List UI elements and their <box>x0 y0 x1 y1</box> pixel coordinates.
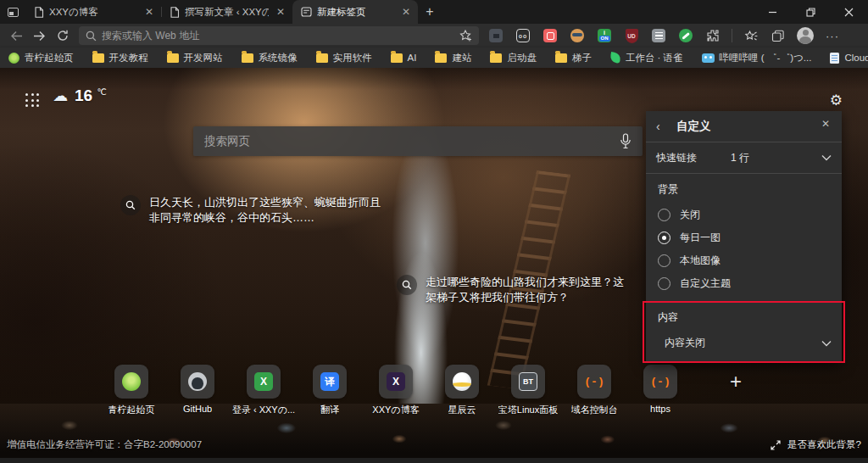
green-circle-extension-icon[interactable] <box>677 27 694 44</box>
gray-list-extension-icon[interactable] <box>650 27 667 44</box>
quick-link-github[interactable]: GitHub <box>164 365 231 414</box>
panel-close-icon[interactable]: ✕ <box>818 116 833 131</box>
tab-new-tab-page[interactable]: 新建标签页 ✕ <box>292 0 418 24</box>
tab-close-icon[interactable]: ✕ <box>142 5 156 19</box>
bookmark-yuque[interactable]: 工作台 · 语雀 <box>610 52 683 64</box>
tab-bar: XXYの博客 ✕ 撰写新文章 ‹ XXYの博客 — Word ✕ 新建标签页 ✕… <box>0 0 868 24</box>
tab-compose-post[interactable]: 撰写新文章 ‹ XXYの博客 — Word ✕ <box>161 0 292 24</box>
page-settings-gear-icon[interactable]: ⚙ <box>830 92 843 109</box>
bookmark-folder-utilities[interactable]: 实用软件 <box>316 52 372 64</box>
quick-link-tile: X <box>379 365 413 399</box>
tab-close-icon[interactable]: ✕ <box>399 5 413 19</box>
panel-header: ‹ 自定义 ✕ <box>646 111 842 142</box>
collections-icon[interactable] <box>770 27 787 44</box>
new-tab-button[interactable]: + <box>418 0 442 24</box>
quick-link-tile: 译 <box>313 365 347 399</box>
content-setting-row[interactable]: 内容关闭 <box>658 336 830 350</box>
folder-icon <box>555 53 567 63</box>
window-controls <box>754 0 868 24</box>
radio-option-custom-theme[interactable]: 自定义主题 <box>658 276 830 291</box>
monkey-face-extension-icon[interactable] <box>569 27 586 44</box>
radio-option-daily-image[interactable]: 每日一图 <box>658 231 830 245</box>
back-chevron-icon[interactable]: ‹ <box>656 120 670 133</box>
microphone-icon[interactable] <box>620 133 632 149</box>
content-setting-value: 内容关闭 <box>665 336 705 350</box>
quick-link-https[interactable]: (-) https <box>627 365 693 414</box>
bookmark-label: 系统镜像 <box>259 52 298 64</box>
bookmark-lime-start[interactable]: 青柠起始页 <box>8 52 74 64</box>
quick-link-translate[interactable]: 译 翻译 <box>297 365 363 416</box>
robot-face-extension-icon[interactable]: oo <box>515 27 531 44</box>
bookmark-folder-dev-sites[interactable]: 开发网站 <box>167 52 223 64</box>
background-feedback-button[interactable]: 是否喜欢此背景? <box>771 438 861 451</box>
bookmark-folder-site-building[interactable]: 建站 <box>435 52 471 64</box>
bookmark-folder-ai[interactable]: AI <box>391 53 417 63</box>
quick-link-label: XXYの博客 <box>372 404 419 416</box>
temperature-value: 16 ℃ <box>75 86 107 105</box>
apps-grid-button[interactable] <box>25 93 40 108</box>
bookmark-label: CloudDrive / <box>844 53 868 63</box>
profile-avatar[interactable] <box>797 27 814 44</box>
extensions-puzzle-icon[interactable] <box>704 27 721 44</box>
bookmark-label: 梯子 <box>572 52 592 64</box>
navigation-toolbar: oo iON UD ··· <box>0 24 868 47</box>
quick-link-star-cloud[interactable]: 星辰云 <box>429 365 495 416</box>
expand-arrows-icon <box>771 440 781 450</box>
web-search-box[interactable] <box>193 126 643 156</box>
background-section-title: 背景 <box>658 182 830 197</box>
chevron-down-icon[interactable] <box>821 340 832 347</box>
ud-shield-extension-icon[interactable]: UD <box>623 27 640 44</box>
quick-link-bt-panel[interactable]: BT 宝塔Linux面板 <box>495 365 561 416</box>
weather-widget[interactable]: ☁ 16 ℃ <box>53 86 107 105</box>
bookmark-clouddrive[interactable]: CloudDrive / <box>830 53 868 64</box>
panel-title: 自定义 <box>676 119 711 134</box>
bookmark-folder-boot-disk[interactable]: 启动盘 <box>490 52 537 64</box>
radio-option-off[interactable]: 关闭 <box>658 208 830 222</box>
dark-squares-extension-icon[interactable] <box>487 27 504 44</box>
quick-link-tile: X <box>247 365 281 399</box>
forward-button[interactable] <box>28 25 51 46</box>
bookmark-folder-ladder[interactable]: 梯子 <box>555 52 592 64</box>
caption-text: 走过哪些奇险的山路我们才来到这里？这架梯子又将把我们带往何方？ <box>426 275 631 305</box>
quick-link-label: 登录 ‹ XXYの... <box>232 404 295 416</box>
bookmark-bilibili[interactable]: 哔哩哔哩 ( ゜-゜)つ... <box>702 52 812 64</box>
address-input[interactable] <box>102 30 459 42</box>
close-window-button[interactable] <box>830 0 868 24</box>
search-icon <box>86 31 97 42</box>
image-caption-chip-1[interactable]: 日久天长，山洪切出了这些狭窄、蜿蜒曲折而且非同寻常的峡谷，谷中的石头…… <box>120 195 383 226</box>
quick-link-xxy-blog[interactable]: X XXYの博客 <box>363 365 429 416</box>
feedback-label: 是否喜欢此背景? <box>787 438 861 451</box>
quick-link-tile: BT <box>511 365 545 399</box>
i-on-extension-icon[interactable]: iON <box>596 27 613 44</box>
extensions-row: oo iON UD ··· <box>487 27 841 44</box>
quick-links-setting-row[interactable]: 快速链接 1 行 <box>646 142 842 173</box>
refresh-button[interactable] <box>51 25 74 46</box>
bookmark-folder-dev-tutorials[interactable]: 开发教程 <box>92 52 148 64</box>
minimize-button[interactable] <box>754 0 792 24</box>
bookmark-folder-system-images[interactable]: 系统镜像 <box>242 52 298 64</box>
quick-link-login-xxy[interactable]: X 登录 ‹ XXYの... <box>231 365 297 416</box>
settings-more-button[interactable]: ··· <box>824 27 841 44</box>
image-caption-chip-2[interactable]: 走过哪些奇险的山路我们才来到这里？这架梯子又将把我们带往何方？ <box>397 275 631 305</box>
folder-icon <box>167 53 179 63</box>
tab-close-icon[interactable]: ✕ <box>274 5 287 19</box>
add-favorite-star-icon[interactable] <box>459 30 472 42</box>
workspaces-button[interactable] <box>0 0 25 24</box>
web-search-input[interactable] <box>204 135 620 148</box>
radio-option-local-image[interactable]: 本地图像 <box>658 254 830 268</box>
content-section-title: 内容 <box>658 310 830 325</box>
quick-link-label: 星辰云 <box>448 404 476 416</box>
back-button[interactable] <box>5 25 28 46</box>
browser-window: XXYの博客 ✕ 撰写新文章 ‹ XXYの博客 — Word ✕ 新建标签页 ✕… <box>0 0 868 463</box>
tab-xxy-blog[interactable]: XXYの博客 ✕ <box>25 0 161 24</box>
chevron-down-icon[interactable] <box>821 154 832 161</box>
red-tile-extension-icon[interactable] <box>542 27 559 44</box>
quick-link-domain-console[interactable]: (-) 域名控制台 <box>561 365 627 416</box>
restore-button[interactable] <box>792 0 830 24</box>
address-bar[interactable] <box>79 26 479 45</box>
add-quick-link-button[interactable]: + <box>719 365 753 399</box>
cloud-icon: ☁ <box>53 86 68 105</box>
quick-link-lime-start[interactable]: 青柠起始页 <box>98 365 164 416</box>
green-x-icon: X <box>254 372 273 391</box>
favorites-hub-icon[interactable] <box>743 27 760 44</box>
